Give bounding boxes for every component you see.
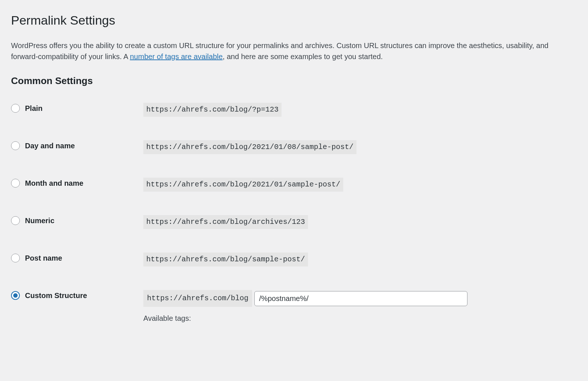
option-row-post-name: Post name https://ahrefs.com/blog/sample… [11,253,577,266]
example-numeric: https://ahrefs.com/blog/archives/123 [143,215,308,229]
option-row-numeric: Numeric https://ahrefs.com/blog/archives… [11,215,577,229]
label-plain[interactable]: Plain [25,103,43,114]
example-plain: https://ahrefs.com/blog/?p=123 [143,103,282,117]
option-row-custom: Custom Structure https://ahrefs.com/blog… [11,290,577,324]
label-numeric[interactable]: Numeric [25,215,54,226]
radio-month-and-name[interactable] [11,179,20,188]
example-day-and-name: https://ahrefs.com/blog/2021/01/08/sampl… [143,140,356,154]
page-title: Permalink Settings [11,11,577,30]
custom-prefix: https://ahrefs.com/blog [143,290,252,307]
example-post-name: https://ahrefs.com/blog/sample-post/ [143,253,308,266]
example-month-and-name: https://ahrefs.com/blog/2021/01/sample-p… [143,178,343,192]
radio-plain[interactable] [11,104,20,113]
radio-day-and-name[interactable] [11,141,20,150]
option-row-plain: Plain https://ahrefs.com/blog/?p=123 [11,103,577,117]
option-row-day-and-name: Day and name https://ahrefs.com/blog/202… [11,140,577,154]
label-month-and-name[interactable]: Month and name [25,178,83,189]
radio-numeric[interactable] [11,216,20,225]
custom-structure-input[interactable] [254,291,467,306]
page-description: WordPress offers you the ability to crea… [11,40,577,62]
available-tags-label: Available tags: [143,313,577,324]
radio-post-name[interactable] [11,254,20,262]
tags-available-link[interactable]: number of tags are available [130,52,222,61]
radio-custom[interactable] [11,291,20,300]
label-day-and-name[interactable]: Day and name [25,140,75,151]
description-post: , and here are some examples to get you … [223,52,383,61]
option-row-month-and-name: Month and name https://ahrefs.com/blog/2… [11,178,577,192]
label-custom[interactable]: Custom Structure [25,290,87,301]
section-title: Common Settings [11,74,577,88]
label-post-name[interactable]: Post name [25,253,62,264]
